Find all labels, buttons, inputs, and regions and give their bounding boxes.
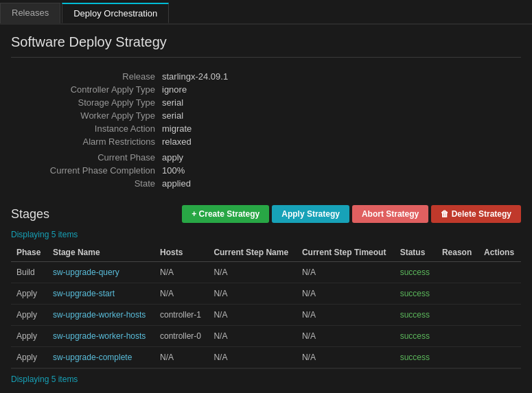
cell-current-step-name: N/A [208,262,297,283]
main-content: Software Deploy Strategy Release starlin… [0,25,532,393]
cell-status: success [395,326,437,347]
col-status: Status [395,243,437,262]
info-row-phase-completion: Current Phase Completion 100% [11,165,521,176]
cell-hosts: controller-1 [154,305,208,326]
cell-current-step-timeout: N/A [297,283,395,305]
cell-hosts: controller-0 [154,326,208,347]
cell-current-step-name: N/A [208,326,297,347]
abort-strategy-button[interactable]: Abort Strategy [352,205,428,223]
table-header-row: Phase Stage Name Hosts Current Step Name… [11,243,521,262]
release-value: starlingx-24.09.1 [162,71,228,82]
col-current-step-timeout: Current Step Timeout [297,243,395,262]
cell-phase: Apply [11,305,47,326]
instance-action-label: Instance Action [11,123,162,134]
info-row-worker-apply: Worker Apply Type serial [11,110,521,121]
cell-phase: Build [11,262,47,283]
col-hosts: Hosts [154,243,208,262]
cell-actions [478,305,521,326]
cell-status: success [395,283,437,305]
cell-reason [437,347,478,368]
cell-current-step-name: N/A [208,283,297,305]
delete-strategy-button[interactable]: 🗑 Delete Strategy [431,205,521,223]
stages-table: Phase Stage Name Hosts Current Step Name… [11,243,521,368]
cell-current-step-name: N/A [208,305,297,326]
displaying-count-bottom: Displaying 5 items [11,368,521,390]
cell-current-step-timeout: N/A [297,305,395,326]
storage-apply-label: Storage Apply Type [11,97,162,108]
cell-reason [437,262,478,283]
cell-stage-name[interactable]: sw-upgrade-query [47,262,154,283]
cell-phase: Apply [11,326,47,347]
table-row: Applysw-upgrade-worker-hostscontroller-0… [11,326,521,347]
stages-header: Stages + Create Strategy Apply Strategy … [11,205,521,223]
cell-status: success [395,347,437,368]
worker-apply-value: serial [162,110,183,121]
alarm-restrictions-value: relaxed [162,136,192,147]
apply-strategy-button[interactable]: Apply Strategy [272,205,349,223]
table-row: Buildsw-upgrade-queryN/AN/AN/Asuccess [11,262,521,283]
controller-apply-label: Controller Apply Type [11,84,162,95]
instance-action-value: migrate [162,123,192,134]
phase-completion-label: Current Phase Completion [11,165,162,176]
state-value: applied [162,178,191,189]
strategy-info: Release starlingx-24.09.1 Controller App… [11,64,521,201]
cell-actions [478,262,521,283]
cell-actions [478,283,521,305]
stages-button-group: + Create Strategy Apply Strategy Abort S… [182,205,521,223]
cell-current-step-timeout: N/A [297,262,395,283]
cell-stage-name[interactable]: sw-upgrade-complete [47,347,154,368]
current-phase-value: apply [162,152,183,163]
cell-stage-name[interactable]: sw-upgrade-worker-hosts [47,326,154,347]
phase-completion-value: 100% [162,165,185,176]
stages-title: Stages [11,207,49,222]
cell-stage-name[interactable]: sw-upgrade-worker-hosts [47,305,154,326]
page-title: Software Deploy Strategy [11,34,521,58]
alarm-restrictions-label: Alarm Restrictions [11,136,162,147]
cell-current-step-name: N/A [208,347,297,368]
info-row-instance-action: Instance Action migrate [11,123,521,134]
col-current-step-name: Current Step Name [208,243,297,262]
cell-phase: Apply [11,283,47,305]
tab-releases[interactable]: Releases [0,3,60,23]
storage-apply-value: serial [162,97,183,108]
cell-phase: Apply [11,347,47,368]
info-row-release: Release starlingx-24.09.1 [11,71,521,82]
col-stage-name: Stage Name [47,243,154,262]
cell-hosts: N/A [154,283,208,305]
cell-reason [437,326,478,347]
current-phase-label: Current Phase [11,152,162,163]
cell-hosts: N/A [154,262,208,283]
cell-actions [478,326,521,347]
cell-actions [478,347,521,368]
info-row-alarm-restrictions: Alarm Restrictions relaxed [11,136,521,147]
controller-apply-value: ignore [162,84,187,95]
col-reason: Reason [437,243,478,262]
displaying-count-top: Displaying 5 items [11,230,521,239]
table-row: Applysw-upgrade-worker-hostscontroller-1… [11,305,521,326]
worker-apply-label: Worker Apply Type [11,110,162,121]
cell-stage-name[interactable]: sw-upgrade-start [47,283,154,305]
release-label: Release [11,71,162,82]
col-actions: Actions [478,243,521,262]
cell-current-step-timeout: N/A [297,326,395,347]
cell-current-step-timeout: N/A [297,347,395,368]
cell-status: success [395,305,437,326]
table-row: Applysw-upgrade-startN/AN/AN/Asuccess [11,283,521,305]
info-row-state: State applied [11,178,521,189]
cell-status: success [395,262,437,283]
info-row-storage-apply: Storage Apply Type serial [11,97,521,108]
cell-reason [437,305,478,326]
info-row-current-phase: Current Phase apply [11,152,521,163]
tab-deploy-orchestration[interactable]: Deploy Orchestration [62,3,169,23]
tab-bar: Releases Deploy Orchestration [0,0,532,25]
col-phase: Phase [11,243,47,262]
cell-reason [437,283,478,305]
cell-hosts: N/A [154,347,208,368]
table-row: Applysw-upgrade-completeN/AN/AN/Asuccess [11,347,521,368]
create-strategy-button[interactable]: + Create Strategy [182,205,269,223]
state-label: State [11,178,162,189]
info-row-controller-apply: Controller Apply Type ignore [11,84,521,95]
